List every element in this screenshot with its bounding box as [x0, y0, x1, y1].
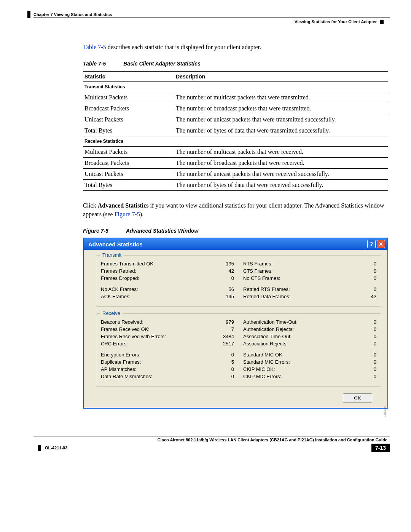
stat-value: 42: [358, 294, 376, 299]
stat-value: 0: [358, 374, 376, 379]
table-row: Unicast PacketsThe number of unicast pac…: [83, 114, 388, 125]
ok-button[interactable]: OK: [343, 393, 372, 403]
stat-label: CKIP MIC Errors:: [243, 374, 281, 379]
table-row: Unicast PacketsThe number of unicast pac…: [83, 169, 388, 180]
titlebar: Advanced Statistics ? ✕: [84, 238, 387, 250]
stat-value: 195: [216, 294, 234, 299]
stat-label: Frames Dropped:: [101, 275, 139, 281]
stat-label: Data Rate Mismatches:: [101, 374, 152, 379]
stat-desc: The number of unicast packets that were …: [174, 169, 388, 180]
stat-label: Encryption Errors:: [101, 352, 140, 358]
page-number: 7-13: [371, 444, 390, 452]
stat-name: Multicast Packets: [83, 92, 174, 103]
stat-label: Authentication Time-Out:: [243, 319, 298, 325]
stat-row: Standard MIC Errors:0: [243, 358, 376, 366]
table-ref-link[interactable]: Table 7-5: [83, 44, 106, 50]
stat-value: 0: [358, 352, 376, 358]
stat-row: Authentication Rejects:0: [243, 326, 376, 333]
stat-row: Association Rejects:0: [243, 340, 376, 347]
col-header-description: Description: [174, 72, 388, 82]
stat-row: Retried RTS Frames:0: [243, 286, 376, 293]
stat-value: 42: [216, 268, 234, 274]
stat-label: Frames Transmitted OK:: [101, 261, 155, 267]
stat-value: 0: [358, 261, 376, 267]
stat-row: Association Time-Out:0: [243, 333, 376, 340]
stat-row: No CTS Frames:0: [243, 275, 376, 282]
stat-label: CTS Frames:: [243, 268, 272, 274]
stat-row: Encryption Errors:0: [101, 351, 234, 358]
stat-row: CRC Errors:2517: [101, 340, 234, 347]
image-id: 103404: [383, 406, 387, 417]
stat-name: Total Bytes: [83, 125, 174, 136]
stat-row: Duplicate Frames:5: [101, 358, 234, 366]
stat-value: 7: [216, 326, 234, 332]
stat-desc: The number of multicast packets that wer…: [174, 92, 388, 103]
stat-label: No CTS Frames:: [243, 275, 280, 281]
stat-label: Retried RTS Frames:: [243, 286, 290, 292]
stat-value: 0: [358, 334, 376, 339]
header-chapter: Chapter 7 Viewing Status and Statistics: [33, 12, 390, 17]
page-footer: Cisco Aironet 802.11a/b/g Wireless LAN C…: [33, 436, 390, 452]
stat-label: CKIP MIC OK:: [243, 366, 275, 372]
stat-label: RTS Frames:: [243, 261, 272, 267]
table-row: Multicast PacketsThe number of multicast…: [83, 92, 388, 103]
transmit-title: Transmit: [100, 252, 124, 258]
stat-label: Frames Received with Errors:: [101, 334, 166, 339]
footer-docid: OL-4211-03: [38, 445, 67, 451]
page-header: Chapter 7 Viewing Status and Statistics …: [33, 12, 390, 24]
stat-label: Association Time-Out:: [243, 334, 292, 339]
stat-row: Retried Data Frames:42: [243, 293, 376, 300]
stat-value: 56: [216, 286, 234, 292]
stat-value: 0: [216, 275, 234, 281]
receive-group: Receive Beacons Received:979Frames Recei…: [96, 313, 381, 387]
table-row: Total BytesThe number of bytes of data t…: [83, 125, 388, 136]
stat-row: CKIP MIC Errors:0: [243, 373, 376, 380]
stat-row: Data Rate Mismatches:0: [101, 373, 234, 380]
figure-caption: Figure 7-5Advanced Statistics Window: [83, 228, 388, 234]
stat-value: 2517: [216, 341, 234, 347]
statistics-table: StatisticDescription Transmit Statistics…: [83, 71, 388, 191]
close-icon[interactable]: ✕: [377, 240, 385, 248]
stat-row: Frames Received with Errors:3484: [101, 333, 234, 340]
stat-desc: The number of bytes of data that were re…: [174, 180, 388, 191]
header-section: Viewing Statistics for Your Client Adapt…: [33, 19, 384, 24]
stat-label: AP Mismatches:: [101, 366, 137, 372]
stat-label: No ACK Frames:: [101, 286, 138, 292]
table-row: Broadcast PacketsThe number of broadcast…: [83, 103, 388, 114]
advanced-statistics-window: Advanced Statistics ? ✕ Transmit Frames …: [83, 238, 388, 409]
stat-label: Duplicate Frames:: [101, 359, 141, 365]
stat-value: 0: [358, 341, 376, 347]
subhead-transmit: Transmit Statistics: [83, 82, 388, 92]
stat-row: Standard MIC OK:0: [243, 351, 376, 358]
stat-value: 195: [216, 261, 234, 267]
stat-row: RTS Frames:0: [243, 260, 376, 267]
stat-name: Unicast Packets: [83, 169, 174, 180]
stat-desc: The number of bytes of data that were tr…: [174, 125, 388, 136]
stat-value: 0: [358, 319, 376, 325]
stat-value: 0: [358, 366, 376, 372]
stat-desc: The number of broadcast packets that wer…: [174, 158, 388, 169]
footer-guide: Cisco Aironet 802.11a/b/g Wireless LAN C…: [33, 438, 387, 442]
receive-title: Receive: [100, 310, 123, 316]
stat-row: CKIP MIC OK:0: [243, 366, 376, 373]
stat-value: 3484: [216, 334, 234, 339]
stat-label: ACK Frames:: [101, 294, 131, 299]
subhead-receive: Receive Statistics: [83, 136, 388, 147]
stat-value: 0: [216, 366, 234, 372]
col-header-statistic: Statistic: [83, 72, 174, 82]
stat-name: Broadcast Packets: [83, 103, 174, 114]
stat-value: 0: [358, 286, 376, 292]
stat-row: Frames Received OK:7: [101, 326, 234, 333]
stat-label: CRC Errors:: [101, 341, 128, 347]
stat-row: Frames Retried:42: [101, 267, 234, 275]
stat-row: Beacons Received:979: [101, 318, 234, 326]
table-row: Total BytesThe number of bytes of data t…: [83, 180, 388, 191]
stat-label: Association Rejects:: [243, 341, 288, 347]
stat-value: 0: [358, 268, 376, 274]
stat-name: Unicast Packets: [83, 114, 174, 125]
stat-name: Broadcast Packets: [83, 158, 174, 169]
stat-label: Frames Retried:: [101, 268, 136, 274]
stat-name: Total Bytes: [83, 180, 174, 191]
help-icon[interactable]: ?: [367, 240, 376, 248]
figure-ref-link[interactable]: Figure 7-5: [115, 211, 140, 217]
